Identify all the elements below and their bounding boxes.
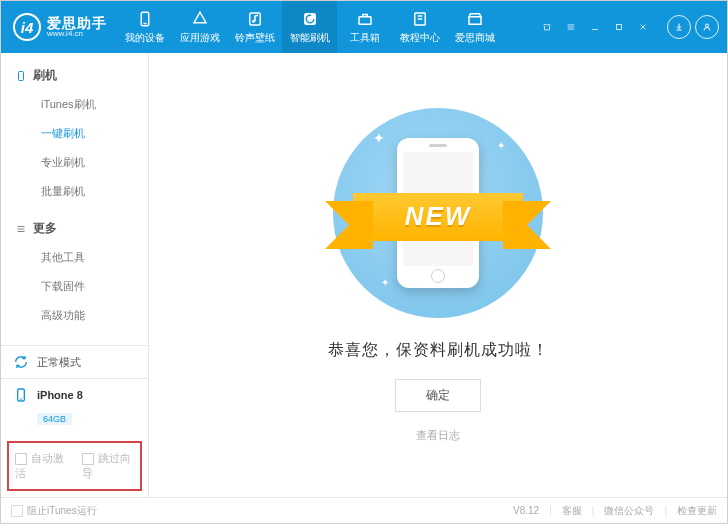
sidebar-item-other-tools[interactable]: 其他工具 [1, 243, 148, 272]
success-illustration: ✦ ✦ ✦ NEW [333, 108, 543, 318]
nav-label: 我的设备 [125, 31, 165, 45]
brand-url: www.i4.cn [47, 30, 107, 38]
svg-rect-18 [19, 71, 24, 80]
nav-my-device[interactable]: 我的设备 [117, 1, 172, 53]
skip-wizard-checkbox[interactable]: 跳过向导 [82, 451, 135, 481]
brand-name: 爱思助手 [47, 16, 107, 30]
ribbon-label: NEW [353, 193, 523, 241]
nav-label: 铃声壁纸 [235, 31, 275, 45]
support-link[interactable]: 客服 [562, 504, 582, 518]
toolbox-icon [356, 10, 374, 28]
nav-label: 应用游戏 [180, 31, 220, 45]
nav-flash[interactable]: 智能刷机 [282, 1, 337, 53]
sidebar-item-oneclick-flash[interactable]: 一键刷机 [1, 119, 148, 148]
status-device[interactable]: iPhone 8 64GB [1, 378, 148, 435]
sidebar: 刷机 iTunes刷机 一键刷机 专业刷机 批量刷机 更多 其他工具 下载固件 … [1, 53, 149, 497]
sidebar-section-more: 更多 其他工具 下载固件 高级功能 [1, 206, 148, 330]
nav-ringtones[interactable]: 铃声壁纸 [227, 1, 282, 53]
wechat-link[interactable]: 微信公众号 [604, 504, 654, 518]
svg-rect-5 [359, 16, 371, 24]
sparkle-icon: ✦ [373, 130, 385, 146]
view-log-link[interactable]: 查看日志 [416, 428, 460, 443]
device-name: iPhone 8 [37, 389, 83, 401]
sidebar-status: 正常模式 iPhone 8 64GB 自动激活 跳过向导 [1, 345, 148, 497]
sidebar-item-advanced[interactable]: 高级功能 [1, 301, 148, 330]
sparkle-icon: ✦ [497, 140, 505, 151]
nav-label: 爱思商城 [455, 31, 495, 45]
refresh-icon [13, 354, 29, 370]
checkbox-label: 阻止iTunes运行 [27, 505, 97, 516]
sidebar-item-pro-flash[interactable]: 专业刷机 [1, 148, 148, 177]
nav-label: 工具箱 [350, 31, 380, 45]
status-mode[interactable]: 正常模式 [1, 345, 148, 378]
book-icon [411, 10, 429, 28]
menu-icon [15, 223, 27, 235]
phone-icon [15, 70, 27, 82]
status-mode-label: 正常模式 [37, 355, 81, 370]
nav-toolbox[interactable]: 工具箱 [337, 1, 392, 53]
main-content: ✦ ✦ ✦ NEW 恭喜您，保资料刷机成功啦！ 确定 查看日志 [149, 53, 727, 497]
sidebar-section-flash: 刷机 iTunes刷机 一键刷机 专业刷机 批量刷机 [1, 53, 148, 206]
svg-point-17 [706, 24, 709, 27]
confirm-button[interactable]: 确定 [395, 379, 481, 412]
sidebar-item-download-firmware[interactable]: 下载固件 [1, 272, 148, 301]
auto-activate-checkbox[interactable]: 自动激活 [15, 451, 68, 481]
app-body: 刷机 iTunes刷机 一键刷机 专业刷机 批量刷机 更多 其他工具 下载固件 … [1, 53, 727, 497]
nav-label: 教程中心 [400, 31, 440, 45]
phone-icon [136, 10, 154, 28]
sidebar-heading-label: 更多 [33, 220, 57, 237]
flash-icon [301, 10, 319, 28]
shop-icon [466, 10, 484, 28]
note-icon [246, 10, 264, 28]
app-header: i4 爱思助手 www.i4.cn 我的设备 应用游戏 铃声壁纸 智能刷机 工具… [1, 1, 727, 53]
separator: | [664, 505, 667, 516]
separator: | [592, 505, 595, 516]
sidebar-heading-label: 刷机 [33, 67, 57, 84]
menu-button[interactable] [561, 17, 581, 37]
nav-shop[interactable]: 爱思商城 [447, 1, 502, 53]
maximize-button[interactable] [609, 17, 629, 37]
svg-rect-13 [617, 25, 622, 30]
flash-options-highlight: 自动激活 跳过向导 [7, 441, 142, 491]
logo-badge-icon: i4 [13, 13, 41, 41]
new-ribbon: NEW [353, 193, 523, 241]
success-message: 恭喜您，保资料刷机成功啦！ [328, 340, 549, 361]
minimize-button[interactable] [585, 17, 605, 37]
sidebar-item-batch-flash[interactable]: 批量刷机 [1, 177, 148, 206]
user-button[interactable] [695, 15, 719, 39]
apps-icon [191, 10, 209, 28]
separator: | [549, 505, 552, 516]
close-button[interactable] [633, 17, 653, 37]
header-actions [537, 15, 727, 39]
nav-tutorials[interactable]: 教程中心 [392, 1, 447, 53]
block-itunes-checkbox[interactable]: 阻止iTunes运行 [11, 504, 97, 518]
checkbox-icon [82, 453, 94, 465]
device-capacity-badge: 64GB [37, 413, 72, 425]
top-nav: 我的设备 应用游戏 铃声壁纸 智能刷机 工具箱 教程中心 爱思商城 [117, 1, 502, 53]
check-update-link[interactable]: 检查更新 [677, 504, 717, 518]
sidebar-heading-flash: 刷机 [1, 63, 148, 90]
checkbox-icon [15, 453, 27, 465]
sparkle-icon: ✦ [381, 277, 389, 288]
nav-apps-games[interactable]: 应用游戏 [172, 1, 227, 53]
version-label: V8.12 [513, 505, 539, 516]
nav-label: 智能刷机 [290, 31, 330, 45]
sidebar-heading-more: 更多 [1, 216, 148, 243]
status-bar: 阻止iTunes运行 V8.12 | 客服 | 微信公众号 | 检查更新 [1, 497, 727, 523]
app-logo: i4 爱思助手 www.i4.cn [1, 13, 117, 41]
checkbox-icon [11, 505, 23, 517]
phone-icon [13, 387, 29, 403]
sidebar-item-itunes-flash[interactable]: iTunes刷机 [1, 90, 148, 119]
tshirt-button[interactable] [537, 17, 557, 37]
download-button[interactable] [667, 15, 691, 39]
